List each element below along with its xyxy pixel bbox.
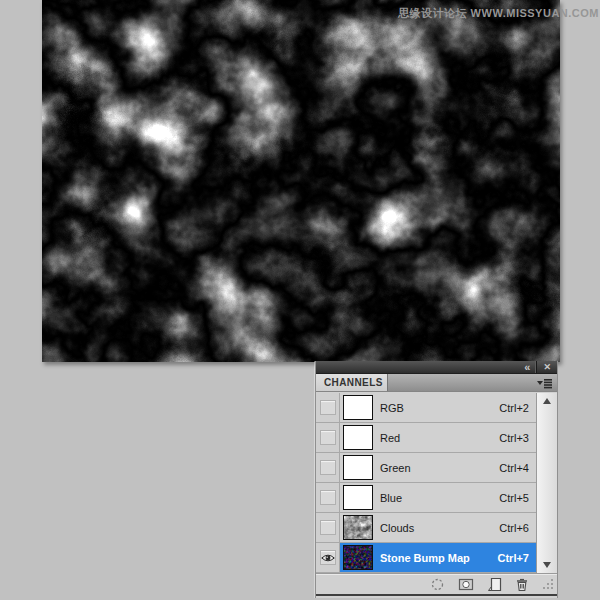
visibility-toggle[interactable]: [320, 400, 336, 415]
channel-name: Blue: [380, 492, 402, 504]
clouds-canvas-image: [42, 0, 560, 362]
channel-row-body[interactable]: Stone Bump Map Ctrl+7: [340, 543, 536, 572]
visibility-toggle[interactable]: [320, 550, 336, 565]
channel-row-body[interactable]: Red Ctrl+3: [340, 423, 536, 452]
scroll-up-icon[interactable]: [543, 398, 551, 404]
channel-name: RGB: [380, 402, 404, 414]
save-selection-as-channel-icon[interactable]: [458, 577, 474, 592]
watermark: 思缘设计论坛 WWW.MISSYUAN.COM: [398, 6, 599, 21]
channel-thumbnail: [343, 425, 373, 450]
panel-menu-icon[interactable]: [536, 377, 553, 389]
channel-shortcut: Ctrl+5: [499, 492, 529, 504]
channel-row[interactable]: Stone Bump Map Ctrl+7: [316, 543, 536, 573]
channel-row[interactable]: Clouds Ctrl+6: [316, 513, 536, 543]
channel-row-body[interactable]: Blue Ctrl+5: [340, 483, 536, 512]
photoshop-workspace: 思缘设计论坛 WWW.MISSYUAN.COM « ✕ CHANNELS: [0, 0, 600, 600]
channel-thumbnail: [343, 515, 373, 540]
channel-thumbnail: [343, 485, 373, 510]
load-channel-as-selection-icon[interactable]: [430, 577, 445, 592]
visibility-cell[interactable]: [316, 453, 340, 482]
channel-thumbnail: [343, 545, 373, 570]
stone-bump-map-thumbnail-texture: [344, 546, 372, 569]
channel-row-body[interactable]: Clouds Ctrl+6: [340, 513, 536, 542]
panel-footer: [316, 573, 557, 596]
visibility-toggle[interactable]: [320, 430, 336, 445]
clouds-thumbnail-texture: [344, 516, 372, 539]
resize-grip[interactable]: [542, 578, 554, 590]
channels-panel: « ✕ CHANNELS RGB Ctrl+: [315, 361, 558, 598]
visibility-toggle[interactable]: [320, 490, 336, 505]
scrollbar[interactable]: [536, 393, 557, 573]
collapse-to-icons-icon[interactable]: «: [518, 361, 536, 373]
visibility-cell[interactable]: [316, 393, 340, 422]
channel-name: Green: [380, 462, 411, 474]
channel-row[interactable]: Red Ctrl+3: [316, 423, 536, 453]
channel-shortcut: Ctrl+7: [498, 552, 530, 564]
channel-row[interactable]: Green Ctrl+4: [316, 453, 536, 483]
channel-shortcut: Ctrl+2: [499, 402, 529, 414]
channel-row[interactable]: Blue Ctrl+5: [316, 483, 536, 513]
tab-channels[interactable]: CHANNELS: [316, 374, 388, 391]
channel-thumbnail: [343, 455, 373, 480]
channel-list: RGB Ctrl+2 Red Ctrl+3 Green Ctrl+4 Blue …: [316, 393, 536, 573]
visibility-cell[interactable]: [316, 513, 340, 542]
visibility-cell[interactable]: [316, 483, 340, 512]
delete-channel-icon[interactable]: [515, 577, 529, 592]
channel-shortcut: Ctrl+3: [499, 432, 529, 444]
channel-name: Clouds: [380, 522, 414, 534]
panel-title-bar: « ✕: [316, 361, 557, 374]
visibility-toggle[interactable]: [320, 460, 336, 475]
difference-clouds-texture: [42, 0, 560, 362]
channel-shortcut: Ctrl+6: [499, 522, 529, 534]
visibility-cell[interactable]: [316, 543, 340, 572]
channel-name: Red: [380, 432, 400, 444]
channel-row-body[interactable]: Green Ctrl+4: [340, 453, 536, 482]
channel-row-body[interactable]: RGB Ctrl+2: [340, 393, 536, 422]
visibility-toggle[interactable]: [320, 520, 336, 535]
eye-icon: [321, 553, 335, 563]
tab-channels-label: CHANNELS: [324, 377, 383, 388]
channel-name: Stone Bump Map: [380, 552, 470, 564]
channel-shortcut: Ctrl+4: [499, 462, 529, 474]
close-icon[interactable]: ✕: [536, 361, 557, 373]
new-channel-icon[interactable]: [487, 577, 502, 592]
channel-thumbnail: [343, 395, 373, 420]
panel-tab-bar: CHANNELS: [316, 374, 557, 392]
scroll-down-icon[interactable]: [543, 562, 551, 568]
channel-row[interactable]: RGB Ctrl+2: [316, 393, 536, 423]
visibility-cell[interactable]: [316, 423, 340, 452]
